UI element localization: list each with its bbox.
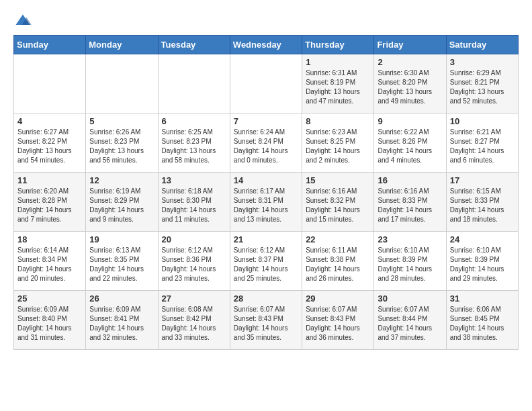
day-info: Sunrise: 6:07 AMSunset: 8:43 PMDaylight:…	[306, 305, 370, 342]
day-number: 2	[378, 57, 442, 67]
calendar-cell: 3Sunrise: 6:29 AMSunset: 8:21 PMDaylight…	[446, 54, 518, 113]
calendar-cell: 27Sunrise: 6:08 AMSunset: 8:42 PMDayligh…	[158, 291, 230, 350]
day-info: Sunrise: 6:24 AMSunset: 8:24 PMDaylight:…	[234, 128, 298, 165]
weekday-header-wednesday: Wednesday	[230, 36, 302, 54]
day-info: Sunrise: 6:31 AMSunset: 8:19 PMDaylight:…	[306, 68, 370, 106]
weekday-header-monday: Monday	[86, 36, 158, 54]
calendar-cell: 24Sunrise: 6:10 AMSunset: 8:39 PMDayligh…	[446, 232, 518, 291]
calendar-cell: 17Sunrise: 6:15 AMSunset: 8:33 PMDayligh…	[446, 173, 518, 232]
calendar-cell: 1Sunrise: 6:31 AMSunset: 8:19 PMDaylight…	[302, 54, 374, 113]
day-info: Sunrise: 6:19 AMSunset: 8:29 PMDaylight:…	[89, 187, 154, 224]
day-number: 25	[17, 293, 82, 304]
calendar-week-2: 4Sunrise: 6:27 AMSunset: 8:22 PMDaylight…	[14, 113, 519, 173]
calendar-cell: 13Sunrise: 6:18 AMSunset: 8:30 PMDayligh…	[158, 173, 230, 232]
calendar-cell: 7Sunrise: 6:24 AMSunset: 8:24 PMDaylight…	[230, 113, 302, 173]
day-info: Sunrise: 6:11 AMSunset: 8:38 PMDaylight:…	[306, 246, 370, 283]
day-number: 10	[450, 116, 515, 126]
day-info: Sunrise: 6:15 AMSunset: 8:33 PMDaylight:…	[450, 187, 515, 224]
calendar-cell: 15Sunrise: 6:16 AMSunset: 8:32 PMDayligh…	[302, 173, 374, 232]
weekday-header-saturday: Saturday	[446, 36, 518, 54]
day-number: 9	[378, 116, 442, 126]
day-info: Sunrise: 6:08 AMSunset: 8:42 PMDaylight:…	[162, 305, 226, 342]
calendar-cell: 19Sunrise: 6:13 AMSunset: 8:35 PMDayligh…	[86, 232, 158, 291]
day-info: Sunrise: 6:16 AMSunset: 8:32 PMDaylight:…	[306, 187, 370, 224]
calendar-week-3: 11Sunrise: 6:20 AMSunset: 8:28 PMDayligh…	[14, 173, 519, 232]
day-info: Sunrise: 6:17 AMSunset: 8:31 PMDaylight:…	[234, 187, 298, 224]
day-number: 5	[89, 116, 154, 126]
day-info: Sunrise: 6:22 AMSunset: 8:26 PMDaylight:…	[378, 128, 442, 165]
day-number: 7	[234, 116, 298, 126]
calendar-cell: 30Sunrise: 6:07 AMSunset: 8:44 PMDayligh…	[374, 291, 446, 350]
calendar-week-5: 25Sunrise: 6:09 AMSunset: 8:40 PMDayligh…	[14, 291, 519, 350]
day-number: 26	[89, 293, 154, 304]
day-number: 21	[234, 234, 298, 244]
day-number: 29	[306, 293, 370, 304]
calendar-cell: 28Sunrise: 6:07 AMSunset: 8:43 PMDayligh…	[230, 291, 302, 350]
calendar-cell: 6Sunrise: 6:25 AMSunset: 8:23 PMDaylight…	[158, 113, 230, 173]
calendar-cell: 4Sunrise: 6:27 AMSunset: 8:22 PMDaylight…	[14, 113, 86, 173]
day-info: Sunrise: 6:14 AMSunset: 8:34 PMDaylight:…	[17, 246, 82, 283]
day-info: Sunrise: 6:30 AMSunset: 8:20 PMDaylight:…	[378, 68, 442, 106]
day-info: Sunrise: 6:07 AMSunset: 8:44 PMDaylight:…	[378, 305, 442, 342]
day-number: 23	[378, 234, 442, 244]
day-number: 12	[89, 175, 154, 185]
day-number: 19	[89, 234, 154, 244]
day-info: Sunrise: 6:09 AMSunset: 8:40 PMDaylight:…	[17, 305, 82, 342]
day-info: Sunrise: 6:16 AMSunset: 8:33 PMDaylight:…	[378, 187, 442, 224]
calendar-cell: 12Sunrise: 6:19 AMSunset: 8:29 PMDayligh…	[86, 173, 158, 232]
day-info: Sunrise: 6:10 AMSunset: 8:39 PMDaylight:…	[450, 246, 515, 283]
page-header	[13, 11, 519, 30]
day-info: Sunrise: 6:07 AMSunset: 8:43 PMDaylight:…	[234, 305, 298, 342]
weekday-header-thursday: Thursday	[302, 36, 374, 54]
day-info: Sunrise: 6:20 AMSunset: 8:28 PMDaylight:…	[17, 187, 82, 224]
day-number: 27	[162, 293, 226, 304]
calendar-cell: 23Sunrise: 6:10 AMSunset: 8:39 PMDayligh…	[374, 232, 446, 291]
logo-icon	[13, 11, 32, 30]
day-number: 11	[17, 175, 82, 185]
calendar-cell	[230, 54, 302, 113]
calendar-cell: 9Sunrise: 6:22 AMSunset: 8:26 PMDaylight…	[374, 113, 446, 173]
calendar-cell: 21Sunrise: 6:12 AMSunset: 8:37 PMDayligh…	[230, 232, 302, 291]
day-info: Sunrise: 6:21 AMSunset: 8:27 PMDaylight:…	[450, 128, 515, 165]
logo	[13, 11, 32, 30]
weekday-header-friday: Friday	[374, 36, 446, 54]
calendar-cell: 29Sunrise: 6:07 AMSunset: 8:43 PMDayligh…	[302, 291, 374, 350]
day-info: Sunrise: 6:10 AMSunset: 8:39 PMDaylight:…	[378, 246, 442, 283]
calendar-cell: 31Sunrise: 6:06 AMSunset: 8:45 PMDayligh…	[446, 291, 518, 350]
day-number: 28	[234, 293, 298, 304]
day-number: 30	[378, 293, 442, 304]
calendar-week-4: 18Sunrise: 6:14 AMSunset: 8:34 PMDayligh…	[14, 232, 519, 291]
day-info: Sunrise: 6:13 AMSunset: 8:35 PMDaylight:…	[89, 246, 154, 283]
calendar-week-1: 1Sunrise: 6:31 AMSunset: 8:19 PMDaylight…	[14, 54, 519, 113]
day-number: 15	[306, 175, 370, 185]
day-number: 22	[306, 234, 370, 244]
day-number: 17	[450, 175, 515, 185]
calendar-cell: 10Sunrise: 6:21 AMSunset: 8:27 PMDayligh…	[446, 113, 518, 173]
day-info: Sunrise: 6:09 AMSunset: 8:41 PMDaylight:…	[89, 305, 154, 342]
day-number: 8	[306, 116, 370, 126]
day-info: Sunrise: 6:06 AMSunset: 8:45 PMDaylight:…	[450, 305, 515, 342]
calendar-cell: 25Sunrise: 6:09 AMSunset: 8:40 PMDayligh…	[14, 291, 86, 350]
day-number: 31	[450, 293, 515, 304]
calendar-cell: 26Sunrise: 6:09 AMSunset: 8:41 PMDayligh…	[86, 291, 158, 350]
calendar-table: SundayMondayTuesdayWednesdayThursdayFrid…	[13, 35, 519, 350]
day-info: Sunrise: 6:26 AMSunset: 8:23 PMDaylight:…	[89, 128, 154, 165]
day-info: Sunrise: 6:12 AMSunset: 8:36 PMDaylight:…	[162, 246, 226, 283]
day-info: Sunrise: 6:27 AMSunset: 8:22 PMDaylight:…	[17, 128, 82, 165]
calendar-cell: 16Sunrise: 6:16 AMSunset: 8:33 PMDayligh…	[374, 173, 446, 232]
calendar-cell	[14, 54, 86, 113]
calendar-cell: 2Sunrise: 6:30 AMSunset: 8:20 PMDaylight…	[374, 54, 446, 113]
day-number: 3	[450, 57, 515, 67]
day-number: 13	[162, 175, 226, 185]
calendar-cell: 11Sunrise: 6:20 AMSunset: 8:28 PMDayligh…	[14, 173, 86, 232]
weekday-header-sunday: Sunday	[14, 36, 86, 54]
weekday-header-row: SundayMondayTuesdayWednesdayThursdayFrid…	[14, 36, 519, 54]
day-number: 20	[162, 234, 226, 244]
calendar-cell: 18Sunrise: 6:14 AMSunset: 8:34 PMDayligh…	[14, 232, 86, 291]
day-number: 16	[378, 175, 442, 185]
weekday-header-tuesday: Tuesday	[158, 36, 230, 54]
calendar-cell: 5Sunrise: 6:26 AMSunset: 8:23 PMDaylight…	[86, 113, 158, 173]
calendar-cell: 22Sunrise: 6:11 AMSunset: 8:38 PMDayligh…	[302, 232, 374, 291]
day-number: 6	[162, 116, 226, 126]
calendar-cell	[86, 54, 158, 113]
